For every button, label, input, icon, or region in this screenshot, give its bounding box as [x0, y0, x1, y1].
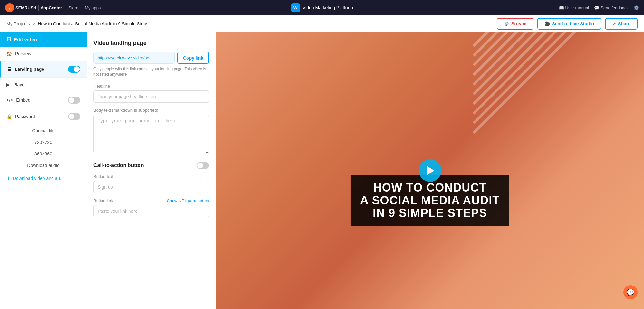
landing-page-toggle[interactable]: [68, 66, 80, 73]
video-title-overlay: HOW TO CONDUCT A SOCIAL MEDIA AUDIT IN 9…: [237, 175, 622, 226]
send-feedback-link[interactable]: 💬 Send feedback: [594, 5, 629, 10]
live-studio-button[interactable]: 🎥 Send to Live Studio: [537, 18, 601, 30]
semrush-logo[interactable]: 🔥 SEMRUSH | AppCenter: [5, 3, 62, 12]
sidebar-sub-360[interactable]: 360×360: [0, 148, 87, 160]
video-title-line2: A SOCIAL MEDIA AUDIT: [360, 194, 500, 207]
film-icon: 🎞: [6, 37, 11, 42]
preview-area: HOW TO CONDUCT A SOCIAL MEDIA AUDIT IN 9…: [216, 32, 644, 309]
breadcrumb-bar: My Projects > How to Conduct a Social Me…: [0, 15, 644, 32]
app-brand: W Video Marketing Platform: [291, 3, 353, 12]
cta-title: Call-to-action button: [93, 163, 144, 168]
breadcrumb-separator: >: [33, 21, 35, 26]
video-title-line1: HOW TO CONDUCT: [360, 181, 500, 194]
feedback-icon: 💬: [594, 5, 599, 10]
button-text-label: Button text: [93, 174, 209, 179]
chat-icon: 💬: [627, 288, 635, 296]
sidebar-sub-audio[interactable]: Download audio: [0, 160, 87, 171]
headline-label: Headline: [93, 84, 209, 89]
cta-toggle[interactable]: [197, 162, 209, 169]
share-icon: ↗: [612, 21, 616, 26]
play-button[interactable]: [419, 159, 441, 182]
lock-icon: 🔒: [6, 114, 12, 119]
breadcrumb-my-projects[interactable]: My Projects: [6, 21, 30, 26]
landing-link-row: Copy link: [93, 52, 209, 64]
sidebar-item-embed[interactable]: </> Embed: [0, 92, 87, 108]
play-triangle-icon: [427, 166, 434, 175]
sidebar-item-player[interactable]: ▶ Player: [0, 78, 87, 92]
home-icon: 🏠: [6, 51, 12, 56]
link-note: Only people with this link can see your …: [93, 66, 209, 77]
copy-link-button[interactable]: Copy link: [177, 52, 209, 64]
user-manual-link[interactable]: 📖 User manual: [559, 5, 589, 10]
download-video-link[interactable]: ⬇ Download video and au...: [0, 171, 87, 185]
player-icon: ▶: [6, 82, 10, 87]
wave-logo: W: [291, 3, 300, 12]
stream-button[interactable]: 📡 Stream: [497, 18, 533, 30]
breadcrumb-actions: 📡 Stream 🎥 Send to Live Studio ↗ Share: [497, 18, 638, 30]
myapps-link[interactable]: My apps: [85, 5, 101, 10]
video-title-line3: IN 9 SIMPLE STEPS: [360, 207, 500, 220]
semrush-label: SEMRUSH: [15, 5, 36, 10]
chat-bubble[interactable]: 💬: [623, 285, 638, 299]
password-toggle[interactable]: [68, 113, 80, 120]
diagonal-stripes-decoration: [473, 32, 644, 198]
sidebar-sub-720[interactable]: 720×720: [0, 136, 87, 148]
sidebar-item-landing-page[interactable]: ☰ Landing page: [0, 61, 87, 78]
show-url-params-link[interactable]: Show URL parameters: [167, 198, 209, 203]
semrush-icon: 🔥: [5, 3, 14, 12]
button-link-label: Button link: [93, 198, 113, 203]
embed-toggle[interactable]: [68, 97, 80, 104]
stream-icon: 📡: [504, 21, 509, 26]
body-text-input[interactable]: [93, 115, 209, 153]
main-layout: 🎞 Edit video 🏠 Preview ☰ Landing page ▶ …: [0, 32, 644, 309]
appcenter-label: AppCenter: [41, 5, 62, 10]
edit-video-button[interactable]: 🎞 Edit video: [0, 32, 87, 47]
live-studio-icon: 🎥: [544, 21, 550, 26]
share-button[interactable]: ↗ Share: [605, 18, 638, 30]
video-title-box: HOW TO CONDUCT A SOCIAL MEDIA AUDIT IN 9…: [351, 175, 509, 226]
app-name: Video Marketing Platform: [303, 5, 353, 10]
button-link-input[interactable]: [93, 205, 209, 217]
video-background: HOW TO CONDUCT A SOCIAL MEDIA AUDIT IN 9…: [216, 32, 644, 309]
cta-row: Call-to-action button: [93, 162, 209, 169]
breadcrumb-page-title: How to Conduct a Social Media Audit in 9…: [38, 21, 148, 26]
landing-url-input[interactable]: [93, 52, 175, 64]
body-label: Body text (markdown is supported): [93, 108, 209, 113]
sidebar: 🎞 Edit video 🏠 Preview ☰ Landing page ▶ …: [0, 32, 87, 309]
headline-input[interactable]: [93, 90, 209, 103]
book-icon: 📖: [559, 5, 564, 10]
sidebar-item-preview[interactable]: 🏠 Preview: [0, 47, 87, 61]
video-thumbnail: HOW TO CONDUCT A SOCIAL MEDIA AUDIT IN 9…: [216, 32, 644, 309]
section-title: Video landing page: [93, 40, 209, 47]
sidebar-item-password[interactable]: 🔒 Password: [0, 108, 87, 125]
breadcrumb: My Projects > How to Conduct a Social Me…: [6, 21, 149, 26]
sidebar-sub-original[interactable]: Original file: [0, 125, 87, 136]
download-icon: ⬇: [6, 176, 10, 181]
landing-page-icon: ☰: [7, 67, 12, 72]
store-link[interactable]: Store: [68, 5, 78, 10]
nav-links: Store My apps: [68, 5, 101, 10]
embed-icon: </>: [6, 98, 13, 103]
top-navigation: 🔥 SEMRUSH | AppCenter Store My apps W Vi…: [0, 0, 644, 15]
button-text-input[interactable]: [93, 181, 209, 193]
content-panel: Video landing page Copy link Only people…: [87, 32, 216, 309]
nav-right: 📖 User manual 💬 Send feedback ⚙️: [559, 5, 639, 10]
settings-icon[interactable]: ⚙️: [634, 5, 639, 10]
